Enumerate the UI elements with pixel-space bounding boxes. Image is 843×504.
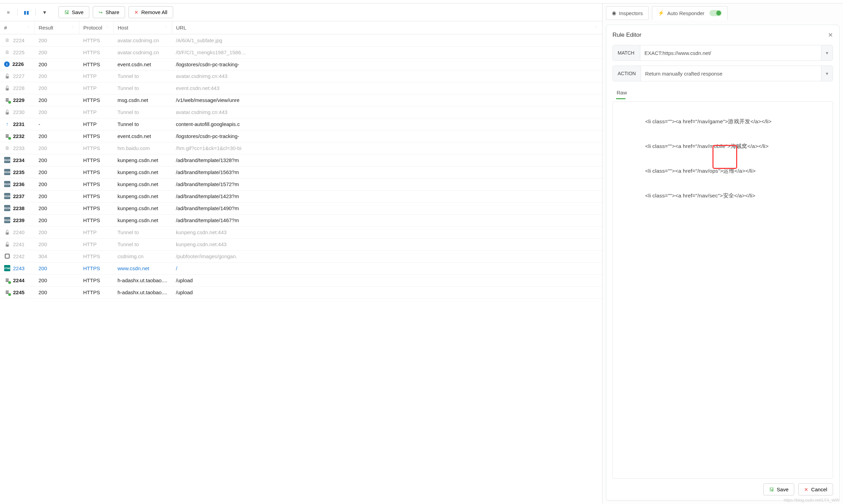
cell-protocol: HTTPS xyxy=(79,34,113,47)
cell-host: avatar.csdnimg.cn xyxy=(113,34,172,47)
cell-host: kunpeng.csdn.net xyxy=(113,202,172,214)
cell-protocol: HTTP xyxy=(79,118,113,130)
table-row[interactable]: 2235200HTTPSkunpeng.csdn.net/ad/brand/te… xyxy=(0,166,602,178)
cell-url: /hm.gif?cc=1&ck=1&cl=30-bi xyxy=(172,142,602,154)
table-row[interactable]: 2226200HTTPSevent.csdn.net/logstores/csd… xyxy=(0,58,602,70)
left-panel: ▮▮ ▼ 🖫Save ↪Share ✕Remove All #⋮ Result⋮… xyxy=(0,3,603,504)
table-row[interactable]: 2241200HTTPTunnel tokunpeng.csdn.net:443 xyxy=(0,238,602,250)
cell-url: event.csdn.net:443 xyxy=(172,82,602,94)
rule-editor-title: Rule Editor xyxy=(612,32,641,38)
col-protocol[interactable]: Protocol⋮ xyxy=(79,21,113,34)
table-row[interactable]: 2232200HTTPSevent.csdn.net/logstores/csd… xyxy=(0,130,602,142)
right-panel: ◉ Inspectors ⚡ Auto Responder Rule Edito… xyxy=(603,3,843,504)
table-row[interactable]: 2238200HTTPSkunpeng.csdn.net/ad/brand/te… xyxy=(0,202,602,214)
file-plus-icon xyxy=(4,97,10,103)
col-result[interactable]: Result⋮ xyxy=(34,21,79,34)
table-row[interactable]: 2227200HTTPTunnel toavatar.csdnimg.cn:44… xyxy=(0,70,602,82)
cell-result: 200 xyxy=(34,70,79,82)
cell-protocol: HTTPS xyxy=(79,214,113,226)
cell-url: /A/6/A/1_subfate.jpg xyxy=(172,34,602,47)
cell-url: /ad/brand/template/1328?m xyxy=(172,154,602,166)
cell-id: 2227 xyxy=(0,70,34,82)
pause-icon[interactable]: ▮▮ xyxy=(22,8,31,17)
cell-id: 2231 xyxy=(0,118,34,130)
sessions-table-wrap[interactable]: #⋮ Result⋮ Protocol⋮ Host⋮ URL⋮ 2224200H… xyxy=(0,21,602,504)
cell-result: 200 xyxy=(34,130,79,142)
upload-icon xyxy=(4,121,10,127)
table-row[interactable]: 2230200HTTPTunnel toavatar.csdnimg.cn:44… xyxy=(0,106,602,118)
table-row[interactable]: 2233200HTTPShm.baidu.com/hm.gif?cc=1&ck=… xyxy=(0,142,602,154)
highlight-annotation xyxy=(712,145,737,169)
cell-url: /upload xyxy=(172,274,602,286)
filter-icon[interactable]: ▼ xyxy=(40,8,49,17)
table-row[interactable]: 2225200HTTPSavatar.csdnimg.cn/0/F/C/1_me… xyxy=(0,46,602,58)
share-button[interactable]: ↪Share xyxy=(93,6,125,18)
cell-id: 2235 xyxy=(0,166,34,178)
top-tab-bar xyxy=(0,0,843,3)
response-tabs: Raw xyxy=(612,86,833,98)
unlock-icon xyxy=(4,85,10,91)
table-row[interactable]: 2231-HTTPTunnel tocontent-autofill.googl… xyxy=(0,118,602,130)
cell-host: Tunnel to xyxy=(113,106,172,118)
cell-protocol: HTTP xyxy=(79,82,113,94)
cell-result: 200 xyxy=(34,214,79,226)
tab-inspectors[interactable]: ◉ Inspectors xyxy=(606,6,649,20)
menu-icon[interactable] xyxy=(3,8,13,17)
cell-url: avatar.csdnimg.cn:443 xyxy=(172,70,602,82)
tab-auto-responder[interactable]: ⚡ Auto Responder xyxy=(652,6,727,20)
json-icon xyxy=(4,169,10,175)
cell-id: 2232 xyxy=(0,130,34,142)
col-url[interactable]: URL⋮ xyxy=(172,21,602,34)
table-row[interactable]: 2244200HTTPSh-adashx.ut.taobao..../uploa… xyxy=(0,274,602,286)
editor-cancel-button[interactable]: ✕Cancel xyxy=(798,483,833,495)
cell-protocol: HTTPS xyxy=(79,130,113,142)
table-row[interactable]: 2245200HTTPSh-adashx.ut.taobao..../uploa… xyxy=(0,286,602,298)
table-row[interactable]: 2239200HTTPSkunpeng.csdn.net/ad/brand/te… xyxy=(0,214,602,226)
table-row[interactable]: 2229200HTTPSmsg.csdn.net/v1/web/message/… xyxy=(0,94,602,106)
action-select[interactable]: Return manually crafted response xyxy=(641,66,821,81)
left-toolbar: ▮▮ ▼ 🖫Save ↪Share ✕Remove All xyxy=(0,3,602,21)
cell-id: 2241 xyxy=(0,238,34,250)
cell-host: Tunnel to xyxy=(113,238,172,250)
raw-response-box[interactable]: <li class=""><a href="/nav/game">游戏开发</a… xyxy=(612,101,833,479)
table-row[interactable]: 2234200HTTPSkunpeng.csdn.net/ad/brand/te… xyxy=(0,154,602,166)
editor-save-button[interactable]: 🖫Save xyxy=(763,483,794,495)
cell-id: 2238 xyxy=(0,202,34,214)
cell-protocol: HTTPS xyxy=(79,142,113,154)
cell-result: 200 xyxy=(34,178,79,190)
action-dropdown[interactable]: ▾ xyxy=(821,66,833,81)
match-input[interactable]: EXACT:https://www.csdn.net/ xyxy=(640,45,821,60)
col-host[interactable]: Host⋮ xyxy=(113,21,172,34)
tab-raw[interactable]: Raw xyxy=(615,88,628,98)
cell-result: 200 xyxy=(34,274,79,286)
cell-url: kunpeng.csdn.net:443 xyxy=(172,226,602,238)
save-button[interactable]: 🖫Save xyxy=(58,6,89,18)
cell-protocol: HTTPS xyxy=(79,166,113,178)
autoresp-toggle[interactable] xyxy=(709,10,722,16)
cell-result: 200 xyxy=(34,106,79,118)
eye-icon: ◉ xyxy=(612,10,616,16)
unlock-icon xyxy=(4,229,10,235)
json-icon xyxy=(4,181,10,187)
table-row[interactable]: 2237200HTTPSkunpeng.csdn.net/ad/brand/te… xyxy=(0,190,602,202)
table-row[interactable]: 2224200HTTPSavatar.csdnimg.cn/A/6/A/1_su… xyxy=(0,34,602,47)
cell-result: 200 xyxy=(34,82,79,94)
table-row[interactable]: 2228200HTTPTunnel toevent.csdn.net:443 xyxy=(0,82,602,94)
table-row[interactable]: 2242304HTTPScsdnimg.cn/pubfooter/images/… xyxy=(0,250,602,262)
cell-url: /v1/web/message/view/unre xyxy=(172,94,602,106)
html-icon xyxy=(4,265,10,271)
unlock-icon xyxy=(4,109,10,115)
remove-all-button[interactable]: ✕Remove All xyxy=(128,6,173,18)
table-row[interactable]: 2243200HTTPSwww.csdn.net/ xyxy=(0,262,602,274)
cell-host: Tunnel to xyxy=(113,82,172,94)
cell-id: 2233 xyxy=(0,142,34,154)
doc-icon xyxy=(4,145,10,151)
cell-host: csdnimg.cn xyxy=(113,250,172,262)
table-row[interactable]: 2240200HTTPTunnel tokunpeng.csdn.net:443 xyxy=(0,226,602,238)
col-number[interactable]: #⋮ xyxy=(0,21,34,34)
cell-host: h-adashx.ut.taobao.... xyxy=(113,286,172,298)
cell-host: event.csdn.net xyxy=(113,58,172,70)
table-row[interactable]: 2236200HTTPSkunpeng.csdn.net/ad/brand/te… xyxy=(0,178,602,190)
match-dropdown[interactable]: ▾ xyxy=(821,45,833,60)
close-icon[interactable]: ✕ xyxy=(828,31,833,39)
